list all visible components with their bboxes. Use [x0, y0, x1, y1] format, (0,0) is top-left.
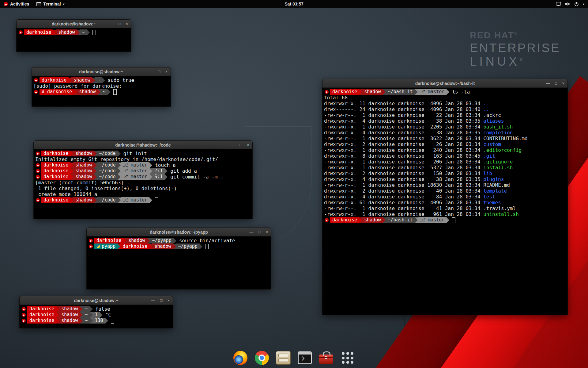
- prompt-segment-host: shadow: [73, 162, 94, 168]
- powerline-separator: [90, 306, 93, 312]
- grid-dot: [342, 361, 345, 364]
- terminal-content[interactable]: darknoiseshadow~sudo true[sudo] password…: [32, 76, 171, 106]
- powerline-separator: [165, 174, 168, 180]
- window-titlebar[interactable]: darknoise@shadow:~ — □ ×: [17, 20, 131, 28]
- terminal-line: drwxrwxr-x. 2 darknoise darknoise 150 Ja…: [324, 171, 567, 176]
- clock[interactable]: Sat 03:57: [285, 2, 303, 6]
- dock-item-firefox[interactable]: [233, 350, 248, 366]
- system-tray[interactable]: ▾: [554, 0, 586, 8]
- terminal-window-sudo[interactable]: darknoise@shadow:~ — □ × darknoiseshadow…: [32, 67, 171, 106]
- app-menu-label: Terminal: [43, 2, 61, 6]
- prompt-segment-path: ~: [83, 306, 90, 312]
- close-button[interactable]: ×: [266, 230, 268, 234]
- file-name: .gitignore: [483, 159, 513, 165]
- prompt-segment-git: ⎇ master: [418, 217, 447, 223]
- app-grid-icon: [342, 352, 353, 364]
- file-name: plugins: [483, 176, 504, 182]
- prompt-segment-path: ~/code: [97, 162, 118, 168]
- terminal-window-code[interactable]: darknoise@shadow:~/code — □ × darknoises…: [34, 141, 252, 219]
- powerline-separator: [74, 89, 77, 95]
- close-button[interactable]: ×: [167, 298, 170, 303]
- app-menu-terminal[interactable]: Terminal ▾: [33, 0, 68, 8]
- output-text: drwxrwxr-x. 61 darknoise darknoise 4096 …: [324, 200, 483, 205]
- minimize-button[interactable]: —: [546, 81, 550, 86]
- terminal-window-pyapp[interactable]: darknoise@shadow:~/pyapp — □ × darknoise…: [87, 228, 271, 289]
- close-button[interactable]: ×: [247, 143, 249, 147]
- prompt-segment-user: darknoise: [27, 318, 56, 324]
- maximize-button[interactable]: □: [258, 230, 261, 234]
- minimize-button[interactable]: —: [151, 298, 155, 303]
- activities-button[interactable]: Activities: [0, 0, 33, 8]
- powerline-separator: [174, 238, 176, 243]
- dock-item-app-grid[interactable]: [340, 350, 355, 366]
- redhat-prompt-icon: [36, 151, 40, 155]
- minimize-button[interactable]: —: [110, 21, 114, 26]
- prompt-segment-host: shadow: [73, 168, 94, 174]
- maximize-button[interactable]: □: [158, 69, 160, 74]
- powerline-separator: [53, 30, 56, 35]
- chevron-down-icon: ▾: [63, 2, 65, 6]
- prompt-segment-exit: 130: [93, 318, 105, 324]
- terminal-window-bash-it[interactable]: darknoise@shadow:~/bash-it — □ × darknoi…: [322, 79, 567, 315]
- window-titlebar[interactable]: darknoise@shadow:~ — □ ×: [20, 296, 173, 305]
- dock-item-toolbox[interactable]: [318, 350, 334, 366]
- grid-dot: [351, 357, 353, 359]
- terminal-content[interactable]: darknoiseshadow~/bash-it⎇ masterls -lato…: [322, 88, 567, 315]
- terminal-cursor: [452, 217, 455, 223]
- output-text: drwxrwxr-x. 4 darknoise darknoise 38 Jan…: [324, 130, 483, 136]
- redhat-prompt-icon: [22, 313, 26, 317]
- output-text: drwxrwxr-x. 11 darknoise darknoise 4096 …: [324, 101, 483, 106]
- powerline-separator: [118, 244, 120, 249]
- terminal-content[interactable]: darknoiseshadow~/pyappsource bin/activat…: [87, 236, 271, 289]
- terminal-line: drwxrwxr-x. 4 darknoise darknoise 38 Jan…: [324, 176, 567, 182]
- rhel-wordmark: RED HAT® ENTERPRISE LINUX®: [470, 31, 560, 67]
- minimize-button[interactable]: —: [149, 69, 153, 74]
- terminal-line: -rw-rw-r--. 1 darknoise darknoise 41 Jan…: [324, 205, 567, 211]
- window-titlebar[interactable]: darknoise@shadow:~ — □ ×: [32, 67, 171, 76]
- terminal-window-home-2[interactable]: darknoise@shadow:~ — □ × darknoiseshadow…: [20, 296, 173, 328]
- terminal-content[interactable]: darknoiseshadow~: [17, 28, 131, 52]
- powerline-separator: [359, 217, 362, 223]
- maximize-button[interactable]: □: [555, 81, 557, 86]
- output-text: drwxrwxr-x. 8 darknoise darknoise 163 Ja…: [324, 153, 483, 159]
- terminal-content[interactable]: darknoiseshadow~falsedarknoiseshadow~1^C…: [20, 305, 173, 328]
- output-text: -rw-rw-r--. 1 darknoise darknoise 3622 J…: [324, 136, 483, 141]
- prompt-segment-host: shadow: [59, 312, 80, 318]
- maximize-button[interactable]: □: [240, 143, 242, 147]
- window-titlebar[interactable]: darknoise@shadow:~/code — □ ×: [34, 141, 252, 149]
- maximize-button[interactable]: □: [160, 298, 163, 303]
- window-titlebar[interactable]: darknoise@shadow:~/bash-it — □ ×: [322, 79, 567, 88]
- minimize-button[interactable]: —: [231, 143, 235, 147]
- window-titlebar[interactable]: darknoise@shadow:~/pyapp — □ ×: [87, 228, 271, 236]
- display-icon: [556, 2, 561, 6]
- powerline-separator: [77, 30, 80, 35]
- terminal-line: pyappdarknoiseshadow~/pyapp: [88, 243, 271, 249]
- output-text: drwxrwxr-x. 4 darknoise darknoise 84 Jan…: [324, 194, 483, 200]
- dock-item-chrome[interactable]: [254, 350, 270, 366]
- command-text: git add a: [170, 168, 197, 174]
- maximize-button[interactable]: □: [119, 21, 121, 26]
- terminal-window-home-1[interactable]: darknoise@shadow:~ — □ × darknoiseshadow…: [17, 20, 131, 52]
- terminal-line: drwxrwxr-x. 4 darknoise darknoise 84 Jan…: [324, 194, 567, 200]
- rhel-wordmark-redhat: RED HAT®: [470, 31, 560, 40]
- minimize-button[interactable]: —: [250, 230, 254, 234]
- terminal-content[interactable]: darknoiseshadow~/codegit initInitialized…: [34, 149, 252, 219]
- prompt-segment-gitstat: S:1: [152, 174, 165, 180]
- close-button[interactable]: ×: [562, 81, 564, 86]
- powerline-separator: [56, 306, 59, 312]
- powerline-separator: [94, 197, 97, 203]
- dock-item-file-manager[interactable]: [276, 350, 291, 366]
- close-button[interactable]: ×: [165, 69, 168, 74]
- terminal-line: darknoiseshadow~1^C: [21, 312, 173, 318]
- redhat-prompt-icon: [19, 30, 23, 34]
- dock-item-terminal[interactable]: [297, 350, 312, 366]
- redhat-prompt-icon: [34, 90, 38, 94]
- command-text: git init: [123, 151, 147, 156]
- redhat-prompt-icon: [36, 175, 40, 179]
- close-button[interactable]: ×: [126, 21, 128, 26]
- window-title: darknoise@shadow:~/pyapp: [150, 230, 208, 235]
- prompt-segment-host: shadow: [59, 318, 80, 324]
- prompt-segment-venv: pyapp: [94, 243, 118, 249]
- terminal-line: -rwxrwxr-x. 1 darknoise darknoise 961 Ja…: [324, 211, 567, 217]
- rhel-linux-text: LINUX: [470, 55, 520, 68]
